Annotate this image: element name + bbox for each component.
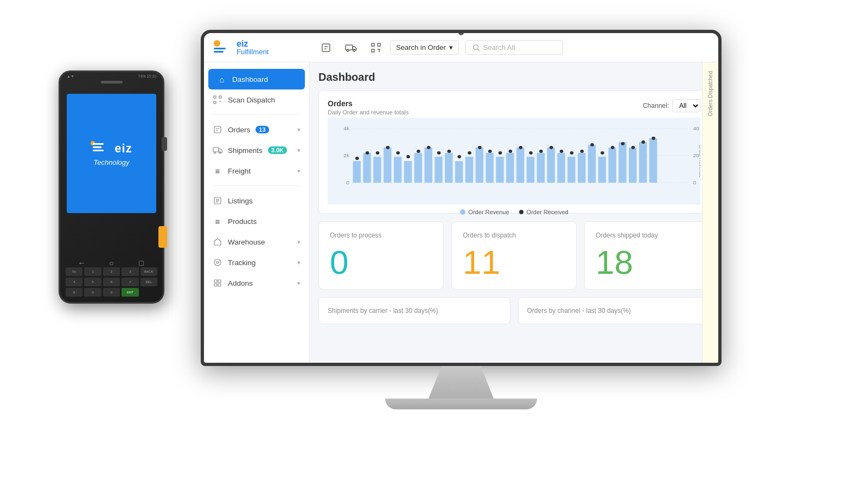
channel-select[interactable]: Channel: All (643, 99, 700, 112)
svg-point-94 (539, 150, 543, 153)
monitor: eiz Fulfillment (201, 30, 722, 409)
scan-dispatch-icon (213, 95, 222, 105)
mobile-side-button[interactable] (162, 137, 167, 151)
shipments-nav-icon (213, 145, 222, 155)
svg-point-97 (570, 151, 574, 155)
orders-icon[interactable] (318, 40, 334, 55)
sidebar-item-scan-dispatch[interactable]: Scan Dispatch (204, 89, 309, 110)
svg-rect-50 (394, 157, 401, 183)
stat-value-process: 0 (330, 246, 348, 279)
mobile-status-bar: ▲▼ 74% 15:10 (67, 74, 156, 78)
app-body: ⌂ Dashboard Scan Di (204, 62, 718, 363)
channel-label: Channel: (643, 102, 669, 110)
svg-text:40: 40 (693, 125, 699, 131)
svg-point-84 (437, 151, 441, 155)
svg-point-95 (550, 146, 553, 149)
svg-rect-74 (639, 142, 647, 183)
svg-rect-3 (322, 44, 330, 52)
sidebar-item-warehouse[interactable]: Warehouse ▾ (204, 232, 309, 252)
channel-dropdown[interactable]: All (672, 99, 700, 112)
monitor-frame: eiz Fulfillment (201, 30, 722, 366)
mobile-brand: eiz (114, 142, 132, 156)
mobile-orange-button[interactable] (158, 226, 167, 248)
svg-point-105 (652, 137, 655, 140)
shipments-by-carrier-card: Shipments by carrier - last 30 days(%) (318, 297, 510, 324)
svg-rect-53 (424, 147, 432, 183)
app-header: eiz Fulfillment (204, 33, 718, 62)
chart-svg-container: 4k 2k 0 40 20 0 (328, 118, 700, 204)
svg-rect-35 (218, 284, 221, 286)
svg-rect-66 (557, 153, 565, 183)
home-icon: ⌂ (217, 74, 227, 84)
svg-point-82 (417, 150, 420, 153)
truck-icon[interactable] (343, 40, 359, 55)
svg-point-88 (478, 146, 482, 149)
svg-rect-6 (346, 45, 353, 50)
scan-icon[interactable] (368, 40, 384, 55)
svg-rect-63 (527, 157, 534, 183)
svg-rect-58 (476, 147, 483, 183)
search-all-input[interactable]: Search All (465, 40, 563, 55)
sidebar-label-dashboard: Dashboard (232, 75, 268, 84)
stat-label-shipped: Orders shipped today (596, 232, 658, 239)
sidebar-item-products[interactable]: ≡ Products (204, 211, 309, 232)
sidebar-label-products: Products (228, 217, 257, 226)
svg-point-108 (460, 209, 465, 215)
search-order-button[interactable]: Search in Order ▾ (390, 40, 459, 55)
page-title: Dashboard (318, 71, 710, 84)
svg-rect-47 (363, 153, 371, 183)
sidebar-item-shipments[interactable]: Shipments 3.0K ▾ (204, 140, 309, 160)
mobile-device: ▲▼ 74% 15:10 eiz Technology (59, 70, 164, 304)
sidebar-label-warehouse: Warehouse (228, 238, 265, 246)
svg-rect-68 (578, 153, 585, 183)
chevron-down-icon: ▾ (449, 43, 453, 52)
svg-rect-17 (219, 96, 221, 98)
warehouse-icon (213, 237, 222, 247)
svg-rect-23 (213, 147, 219, 152)
stats-row: Orders to process 0 Orders to dispatch 1… (318, 221, 710, 290)
mobile-speaker (101, 81, 123, 84)
stat-value-dispatch: 11 (463, 246, 500, 279)
sidebar-item-addons[interactable]: Addons ▾ (204, 273, 309, 293)
bottom-row: Shipments by carrier - last 30 days(%) O… (318, 297, 710, 324)
stat-card-process: Orders to process 0 (318, 221, 444, 290)
orders-chart-svg: 4k 2k 0 40 20 0 (328, 118, 700, 204)
svg-rect-46 (353, 161, 361, 183)
svg-point-109 (519, 210, 524, 214)
sidebar-item-listings[interactable]: Listings (204, 190, 309, 211)
mobile-subtitle: Technology (93, 158, 129, 166)
svg-point-78 (376, 151, 380, 155)
svg-point-24 (214, 152, 216, 153)
shipments-by-carrier-label: Shipments by carrier - last 30 days(%) (328, 307, 438, 314)
sidebar-label-freight: Freight (228, 167, 251, 175)
svg-rect-49 (384, 147, 391, 183)
products-icon: ≡ (213, 216, 222, 226)
sidebar-item-tracking[interactable]: Tracking ▾ (204, 252, 309, 273)
svg-text:0: 0 (693, 179, 697, 185)
svg-rect-51 (404, 161, 412, 183)
logo-icon (213, 39, 232, 55)
svg-rect-16 (214, 96, 216, 98)
svg-rect-11 (372, 49, 374, 52)
svg-rect-57 (465, 157, 473, 183)
svg-point-90 (499, 151, 502, 155)
freight-chevron-icon: ▾ (297, 168, 301, 175)
monitor-neck (429, 366, 494, 399)
svg-rect-2 (214, 51, 224, 53)
svg-rect-18 (214, 101, 216, 104)
chart-legend: Order Revenue Order Received (328, 209, 700, 215)
orders-chart-card: Orders Daily Order and revenue totals Ch… (318, 90, 710, 214)
chart-header: Orders Daily Order and revenue totals Ch… (328, 99, 700, 115)
svg-text:Order Revenue: Order Revenue (698, 144, 700, 177)
sidebar-item-dashboard[interactable]: ⌂ Dashboard (208, 69, 305, 89)
svg-point-100 (601, 151, 604, 155)
sidebar-item-orders[interactable]: Orders 13 ▾ (204, 119, 309, 140)
svg-rect-64 (537, 153, 545, 183)
stat-value-shipped: 18 (596, 246, 633, 279)
chart-title: Orders (328, 99, 409, 108)
svg-rect-62 (516, 147, 524, 183)
svg-point-89 (488, 150, 492, 153)
svg-point-92 (519, 146, 522, 149)
svg-point-101 (611, 146, 615, 149)
sidebar-item-freight[interactable]: ≡ Freight ▾ (204, 160, 309, 181)
